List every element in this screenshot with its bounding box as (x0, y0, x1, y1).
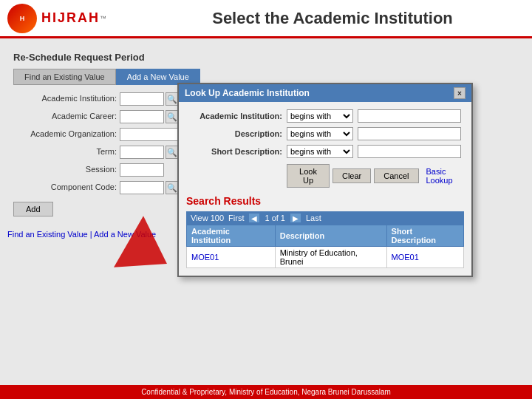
bottom-find-link[interactable]: Find an Existing Value (7, 230, 88, 239)
field-label-institution: Academic Institution: (13, 92, 117, 106)
logo-text: HIJRAH (41, 10, 100, 26)
first-label[interactable]: First (228, 214, 244, 222)
footer: Confidential & Proprietary, Ministry of … (0, 385, 532, 399)
form-title: Re-Schedule Request Period (13, 52, 519, 63)
modal-buttons: Look Up Clear Cancel Basic Lookup (287, 164, 464, 188)
field-label-career: Academic Career: (13, 110, 117, 123)
cancel-button[interactable]: Cancel (374, 168, 418, 183)
last-label[interactable]: Last (306, 214, 321, 222)
institution-result-link[interactable]: MOE01 (191, 253, 219, 262)
result-short-desc: MOE01 (386, 247, 463, 268)
page-title: Select the Academic Institution (133, 9, 532, 28)
tab-find-existing[interactable]: Find an Existing Value (13, 69, 116, 85)
results-table: Academic Institution Description Short D… (186, 225, 464, 268)
prev-arrow[interactable]: ◀ (248, 213, 260, 223)
modal-field-short-desc: Short Description: begins with contains … (186, 145, 464, 158)
field-label-session: Session: (13, 163, 117, 177)
institution-input[interactable] (120, 92, 164, 106)
description-operator-select[interactable]: begins with contains = (287, 127, 353, 140)
logo-tm: ™ (100, 15, 106, 22)
footer-text: Confidential & Proprietary, Ministry of … (141, 388, 391, 396)
modal-title: Look Up Academic Institution (185, 88, 310, 98)
col-short-desc: Short Description (386, 225, 463, 247)
add-button[interactable]: Add (13, 202, 53, 216)
field-label-component: Component Code: (13, 181, 117, 194)
institution-search-input[interactable] (358, 109, 461, 123)
short-desc-operator-select[interactable]: begins with contains = (287, 145, 353, 158)
institution-operator-select[interactable]: begins with contains = (287, 109, 353, 123)
modal-label-short-desc: Short Description: (186, 147, 282, 156)
basic-lookup-link[interactable]: Basic Lookup (426, 167, 465, 185)
result-description: Ministry of Education, Brunei (275, 247, 386, 268)
lookup-button[interactable]: Look Up (287, 164, 330, 188)
short-desc-search-input[interactable] (358, 145, 461, 158)
result-institution: MOE01 (187, 247, 276, 268)
view-label: View 100 (191, 214, 224, 222)
component-input[interactable] (120, 181, 164, 194)
results-navigation: View 100 First ◀ 1 of 1 ▶ Last (186, 211, 464, 225)
table-row: MOE01 Ministry of Education, Brunei MOE0… (187, 247, 464, 268)
page-info: 1 of 1 (265, 214, 285, 222)
modal-label-institution: Academic Institution: (186, 112, 282, 120)
col-description: Description (275, 225, 386, 247)
app-header: H HIJRAH™ Select the Academic Institutio… (0, 0, 532, 38)
search-results-title: Search Results (186, 195, 464, 207)
session-input[interactable] (120, 163, 164, 177)
modal-field-institution: Academic Institution: begins with contai… (186, 109, 464, 123)
search-results: Search Results View 100 First ◀ 1 of 1 ▶… (186, 195, 464, 268)
logo-area: H HIJRAH™ (0, 0, 133, 38)
field-label-org: Academic Organization: (13, 128, 117, 141)
modal-close-button[interactable]: × (454, 87, 466, 99)
modal-body: Academic Institution: begins with contai… (179, 102, 471, 276)
arrow-overlay (126, 223, 170, 282)
term-input[interactable] (120, 146, 164, 159)
next-arrow[interactable]: ▶ (290, 213, 301, 223)
main-content: Re-Schedule Request Period Find an Exist… (0, 38, 532, 399)
modal-titlebar: Look Up Academic Institution × (179, 84, 471, 102)
career-input[interactable] (120, 110, 164, 123)
clear-button[interactable]: Clear (332, 168, 371, 183)
lookup-modal: Look Up Academic Institution × Academic … (177, 83, 473, 277)
field-label-term: Term: (13, 146, 117, 159)
modal-field-description: Description: begins with contains = (186, 127, 464, 140)
arrow-icon (114, 216, 182, 289)
short-desc-result-link[interactable]: MOE01 (392, 253, 419, 262)
col-institution: Academic Institution (187, 225, 276, 247)
description-search-input[interactable] (358, 127, 461, 140)
logo-icon: H (7, 4, 37, 33)
modal-label-description: Description: (186, 129, 282, 138)
